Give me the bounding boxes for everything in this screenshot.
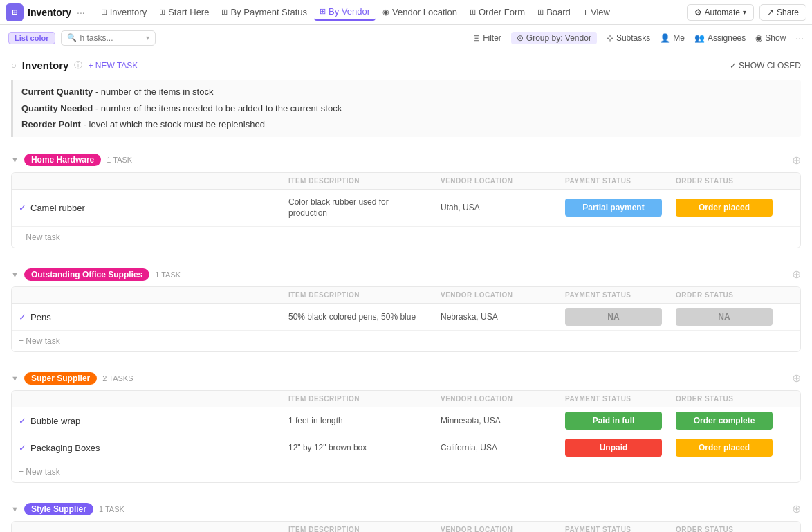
group-table-outstanding-office-supplies: ITEM DESCRIPTION VENDOR LOCATION PAYMENT… bbox=[11, 286, 801, 352]
group-header-home-hardware: ▼ Home Hardware 1 TASK ⊕ bbox=[11, 151, 801, 169]
subtasks-icon: ⊹ bbox=[607, 33, 613, 43]
group-add-icon[interactable]: ⊕ bbox=[792, 154, 801, 167]
nav-dots[interactable]: ··· bbox=[75, 7, 86, 18]
task-check-icon: ✓ bbox=[19, 312, 26, 322]
group-label: Super Supplier bbox=[24, 372, 97, 385]
group-style-supplier: ▼ Style Supplier 1 TASK ⊕ ITEM DESCRIPTI… bbox=[11, 499, 801, 532]
me-icon: 👤 bbox=[660, 33, 670, 43]
show-btn[interactable]: ◉ Show bbox=[755, 33, 786, 43]
group-count: 2 TASKS bbox=[102, 374, 133, 383]
col-vendor-loc: VENDOR LOCATION bbox=[434, 287, 558, 303]
payment-status-badge: Partial payment bbox=[565, 199, 662, 217]
subtasks-btn[interactable]: ⊹ Subtasks bbox=[607, 33, 650, 43]
col-order-status: ORDER STATUS bbox=[669, 522, 779, 532]
more-btn[interactable]: ··· bbox=[795, 33, 804, 44]
task-payment-status: Paid in full bbox=[558, 407, 669, 434]
task-row[interactable]: ✓ Bubble wrap 1 feet in length Minnesota… bbox=[12, 407, 800, 434]
column-headers: ITEM DESCRIPTION VENDOR LOCATION PAYMENT… bbox=[12, 287, 800, 304]
col-add bbox=[779, 287, 800, 303]
group-count: 1 TASK bbox=[107, 156, 132, 164]
task-row[interactable]: ✓ Packaging Boxes 12" by 12" brown box C… bbox=[12, 434, 800, 461]
task-name: Packaging Boxes bbox=[30, 443, 100, 453]
info-line-1: Current Quantity - number of the items i… bbox=[21, 85, 793, 99]
col-add bbox=[779, 173, 800, 189]
payment-status-badge: NA bbox=[565, 308, 662, 326]
automate-icon: ⚙ bbox=[694, 8, 702, 17]
new-task-row[interactable]: + New task bbox=[12, 227, 800, 248]
tab-vendor-location[interactable]: ◉ Vendor Location bbox=[377, 4, 463, 20]
show-closed-btn[interactable]: ✓ SHOW CLOSED bbox=[730, 61, 801, 71]
group-count: 1 TASK bbox=[99, 505, 124, 513]
tab-by-payment-status[interactable]: ⊞ By Payment Status bbox=[216, 4, 313, 20]
tab-start-here-label: Start Here bbox=[168, 7, 209, 17]
group-collapse-icon[interactable]: ▼ bbox=[11, 505, 19, 513]
filter-btn[interactable]: ⊟ Filter bbox=[473, 33, 501, 43]
tab-order-icon: ⊞ bbox=[470, 8, 476, 17]
task-row[interactable]: ✓ Camel rubber Color black rubber used f… bbox=[12, 190, 800, 228]
task-order-status: NA bbox=[669, 304, 779, 330]
search-icon: 🔍 bbox=[67, 33, 77, 42]
group-add-icon[interactable]: ⊕ bbox=[792, 268, 801, 281]
group-label: Style Supplier bbox=[24, 503, 93, 515]
col-order-status: ORDER STATUS bbox=[669, 391, 779, 407]
task-description: Color black rubber used for production bbox=[282, 190, 434, 227]
task-location: Nebraska, USA bbox=[434, 305, 558, 329]
task-row[interactable]: ✓ Pens 50% black colored pens, 50% blue … bbox=[12, 304, 800, 331]
group-by-btn[interactable]: ⊙ Group by: Vendor bbox=[511, 32, 597, 44]
col-task bbox=[12, 287, 282, 303]
filter-icon: ⊟ bbox=[473, 33, 480, 43]
order-status-badge: Order complete bbox=[676, 412, 773, 430]
col-payment-status: PAYMENT STATUS bbox=[558, 391, 669, 407]
automate-btn[interactable]: ⚙ Automate ▾ bbox=[687, 4, 754, 21]
assignees-btn[interactable]: 👥 Assignees bbox=[694, 33, 746, 43]
group-add-icon[interactable]: ⊕ bbox=[792, 502, 801, 515]
new-task-label: + New task bbox=[19, 232, 60, 242]
tab-order-form[interactable]: ⊞ Order Form bbox=[464, 4, 530, 20]
group-label: Outstanding Office Supplies bbox=[24, 268, 149, 281]
group-by-label: Group by: Vendor bbox=[526, 33, 591, 43]
group-collapse-icon[interactable]: ▼ bbox=[11, 374, 19, 383]
new-task-btn[interactable]: + NEW TASK bbox=[88, 61, 138, 71]
list-color-badge[interactable]: List color bbox=[8, 32, 55, 44]
tab-start-here[interactable]: ⊞ Start Here bbox=[154, 4, 214, 20]
new-task-row[interactable]: + New task bbox=[12, 331, 800, 351]
tab-by-vendor[interactable]: ⊞ By Vendor bbox=[314, 3, 376, 21]
share-btn[interactable]: ↗ Share bbox=[759, 4, 806, 21]
top-nav: ⊞ Inventory ··· ⊞ Inventory ⊞ Start Here… bbox=[0, 0, 812, 25]
search-box[interactable]: 🔍 ▾ bbox=[61, 30, 156, 46]
group-header-outstanding-office-supplies: ▼ Outstanding Office Supplies 1 TASK ⊕ bbox=[11, 265, 801, 284]
assignees-icon: 👥 bbox=[694, 33, 705, 43]
task-description: 1 feet in length bbox=[282, 408, 434, 434]
new-task-row[interactable]: + New task bbox=[12, 461, 800, 482]
group-outstanding-office-supplies: ▼ Outstanding Office Supplies 1 TASK ⊕ I… bbox=[11, 265, 801, 352]
group-collapse-icon[interactable]: ▼ bbox=[11, 156, 19, 164]
info-rest-2: - number of the items needed to be added… bbox=[95, 103, 342, 113]
col-item-desc: ITEM DESCRIPTION bbox=[282, 391, 434, 407]
col-order-status: ORDER STATUS bbox=[669, 173, 779, 189]
task-location: Utah, USA bbox=[434, 196, 558, 219]
group-add-icon[interactable]: ⊕ bbox=[792, 372, 801, 385]
search-input[interactable] bbox=[80, 33, 142, 43]
group-label: Home Hardware bbox=[24, 154, 101, 166]
group-collapse-icon[interactable]: ▼ bbox=[11, 270, 19, 279]
group-home-hardware: ▼ Home Hardware 1 TASK ⊕ ITEM DESCRIPTIO… bbox=[11, 151, 801, 249]
col-add bbox=[779, 522, 800, 532]
payment-status-badge: Paid in full bbox=[565, 412, 662, 430]
col-vendor-loc: VENDOR LOCATION bbox=[434, 391, 558, 407]
group-icon: ⊙ bbox=[517, 33, 524, 43]
task-order-status: Order placed bbox=[669, 434, 779, 461]
tab-inventory[interactable]: ⊞ Inventory bbox=[95, 4, 152, 20]
col-payment-status: PAYMENT STATUS bbox=[558, 287, 669, 303]
order-status-badge: Order placed bbox=[676, 199, 773, 217]
task-payment-status: Unpaid bbox=[558, 434, 669, 461]
tab-board[interactable]: ⊞ Board bbox=[532, 4, 576, 20]
tab-start-here-icon: ⊞ bbox=[159, 8, 165, 17]
me-btn[interactable]: 👤 Me bbox=[660, 33, 685, 43]
task-check-icon: ✓ bbox=[19, 416, 26, 426]
info-box: Current Quantity - number of the items i… bbox=[11, 80, 801, 137]
task-name: Pens bbox=[30, 312, 51, 322]
collapse-icon[interactable]: ○ bbox=[11, 60, 17, 71]
add-view-btn[interactable]: + View bbox=[578, 4, 616, 20]
task-location: Minnesota, USA bbox=[434, 409, 558, 432]
filter-label: Filter bbox=[483, 33, 501, 43]
